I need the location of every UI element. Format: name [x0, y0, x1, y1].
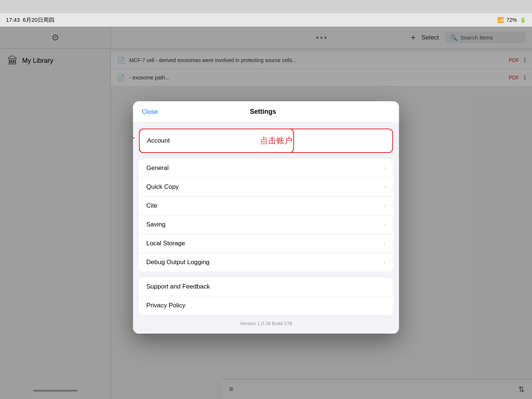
- support-row-feedback[interactable]: Support and Feedback: [139, 277, 393, 296]
- settings-row-localstorage[interactable]: Local Storage ›: [139, 234, 393, 253]
- settings-row-label-quickcopy: Quick Copy: [146, 183, 179, 191]
- settings-section: General › Quick Copy › Cite › Saving › L…: [139, 159, 393, 272]
- chevron-icon-localstorage: ›: [384, 240, 386, 247]
- support-privacy-label: Privacy Policy: [146, 302, 185, 309]
- support-section: Support and Feedback Privacy Policy: [139, 277, 393, 315]
- account-row[interactable]: Account 点击账户 ›: [139, 129, 393, 153]
- status-date: 6月20日周四: [23, 17, 54, 24]
- account-chinese-label: 点击账户: [260, 135, 293, 146]
- settings-row-debug[interactable]: Debug Output Logging ›: [139, 253, 393, 272]
- battery-level: 72%: [507, 17, 517, 23]
- settings-row-saving[interactable]: Saving ›: [139, 215, 393, 234]
- status-bar: 17:43 6月20日周四 📶 72% 🔋: [0, 13, 532, 27]
- status-time: 17:43: [6, 17, 20, 24]
- settings-row-general[interactable]: General ›: [139, 159, 393, 178]
- chevron-icon-debug: ›: [384, 259, 386, 266]
- support-row-privacy[interactable]: Privacy Policy: [139, 296, 393, 315]
- settings-row-label-general: General: [146, 164, 168, 172]
- settings-row-cite[interactable]: Cite ›: [139, 197, 393, 215]
- chevron-icon-quickcopy: ›: [384, 184, 386, 190]
- settings-row-label-debug: Debug Output Logging: [146, 259, 209, 266]
- battery-icon: 🔋: [520, 17, 526, 23]
- chevron-icon-cite: ›: [384, 202, 386, 209]
- settings-row-label-saving: Saving: [146, 221, 166, 228]
- chevron-icon-saving: ›: [384, 221, 386, 228]
- settings-row-label-localstorage: Local Storage: [146, 240, 185, 247]
- settings-row-label-cite: Cite: [146, 202, 157, 209]
- chevron-icon-general: ›: [384, 165, 386, 171]
- wifi-icon: 📶: [497, 17, 504, 23]
- modal-close-button[interactable]: Close: [142, 108, 158, 116]
- version-text: Version 1.0.39 Build 278: [133, 315, 399, 334]
- modal-header: Close Settings: [133, 101, 399, 123]
- account-chevron-icon: ›: [383, 137, 385, 144]
- account-label: Account: [147, 137, 170, 144]
- settings-modal: Close Settings Account 点击账户 ›: [133, 101, 399, 334]
- support-feedback-label: Support and Feedback: [146, 283, 210, 290]
- modal-title: Settings: [250, 108, 276, 116]
- settings-row-quickcopy[interactable]: Quick Copy ›: [139, 178, 393, 197]
- annotation-arrow: [133, 129, 139, 149]
